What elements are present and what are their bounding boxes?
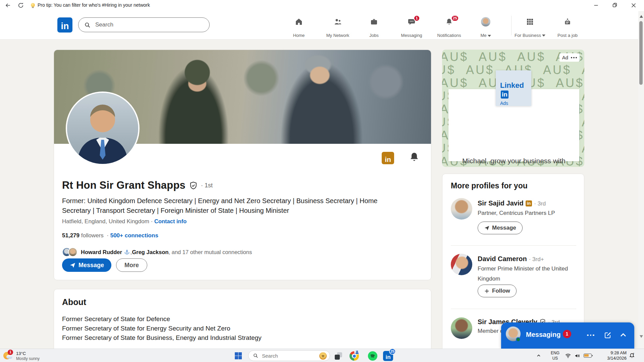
send-icon — [69, 262, 76, 268]
home-icon — [295, 18, 303, 26]
messaging-title: Messaging — [526, 331, 560, 339]
message-button[interactable]: Message — [62, 258, 111, 272]
follow-button[interactable]: Follow — [478, 285, 517, 297]
profile-card: in Rt Hon Sir Grant Shapps · 1st Former:… — [54, 50, 431, 280]
contact-info-link[interactable]: Contact info — [154, 218, 186, 224]
nav-post-a-job[interactable]: Post a job — [551, 17, 584, 39]
language-switcher[interactable]: ENG US — [549, 350, 561, 361]
back-icon[interactable] — [5, 2, 11, 9]
start-button[interactable] — [235, 352, 242, 359]
linkedin-header: in Home My Network Jobs 1 Messaging 25 N… — [0, 11, 644, 40]
tray-date: 3/14/2026 — [596, 356, 627, 361]
wifi-icon[interactable] — [565, 353, 571, 359]
search-icon — [253, 353, 258, 358]
connection-degree: · 1st — [201, 182, 213, 189]
profile-subtitle: Former Prime Minister of the United King… — [478, 264, 575, 284]
message-button[interactable]: Message — [478, 222, 523, 234]
ad-card[interactable]: AU$ AU$ AU$ AU$ AU$ AU$ AU$ AU$ AU$ AU$ … — [442, 50, 584, 167]
restore-icon[interactable] — [611, 2, 619, 9]
scroll-up-arrow[interactable] — [640, 15, 643, 18]
premium-badge: in — [526, 200, 532, 206]
weather-badge: 1 — [8, 350, 13, 355]
weather-condition: Mostly sunny — [16, 356, 40, 361]
linkedin-ads-logo: Linkedin Ads — [496, 70, 531, 106]
nav-jobs[interactable]: Jobs — [359, 17, 389, 39]
location-row: Hatfield, England, United Kingdom · Cont… — [62, 218, 186, 225]
pie-icon: π — [319, 352, 327, 360]
scrollbar[interactable] — [638, 11, 644, 349]
verified-shield-icon[interactable] — [189, 181, 198, 190]
taskbar-search[interactable]: π — [248, 350, 330, 361]
about-line: Former Secretary of State for Energy Sec… — [62, 325, 418, 332]
ad-headline: Michael, grow your business with LinkedI… — [457, 156, 571, 167]
messaging-unread-badge: 1 — [563, 330, 571, 338]
task-view-button[interactable] — [335, 352, 342, 360]
chevron-up-icon[interactable] — [619, 331, 627, 339]
more-profiles-title: More profiles for you — [451, 181, 528, 190]
more-button[interactable]: More — [116, 258, 147, 272]
notifications-badge: 25 — [451, 15, 459, 21]
followers-row: 51,279 followers · 500+ connections — [62, 232, 158, 239]
tray-time: 9:28 AM — [596, 350, 627, 356]
subscribe-bell-icon[interactable] — [408, 151, 420, 163]
tray-chevron-up-icon[interactable] — [536, 353, 541, 358]
taskbar-search-input[interactable] — [261, 353, 312, 359]
mutual-avatar-2 — [68, 247, 77, 257]
scroll-down-arrow[interactable] — [640, 335, 643, 338]
nav-my-network[interactable]: My Network — [322, 17, 353, 39]
connections-link[interactable]: 500+ connections — [110, 232, 158, 239]
chrome-icon[interactable] — [350, 351, 359, 361]
svg-text:z: z — [633, 352, 634, 355]
chrome-profile-badge — [354, 349, 360, 355]
compose-icon[interactable] — [604, 331, 612, 339]
search-input[interactable] — [95, 18, 205, 32]
close-icon[interactable] — [630, 2, 637, 9]
spotify-icon[interactable] — [368, 351, 377, 361]
profile-location: Hatfield, England, United Kingdom — [62, 218, 149, 225]
chevron-down-icon — [488, 35, 491, 37]
linkedin-taskbar-icon[interactable]: in 25 — [383, 351, 393, 361]
minimize-icon[interactable] — [592, 2, 600, 9]
linkedin-taskbar-badge: 25 — [389, 348, 396, 355]
volume-icon[interactable] — [574, 353, 581, 359]
global-search[interactable] — [78, 17, 210, 32]
profile-link[interactable]: Sir Sajid Javidin· 3rd — [478, 199, 546, 207]
anchor-icon — [124, 249, 130, 255]
messaging-options-icon[interactable] — [587, 331, 595, 339]
clock[interactable]: 9:28 AM 3/14/2026 — [596, 350, 627, 361]
screen: Pro tip: You can filter for who's #Hirin… — [0, 0, 644, 362]
weather-widget[interactable]: 1 13°C Mostly sunny — [3, 350, 40, 361]
profile-photo-art — [67, 93, 138, 164]
nav-messaging[interactable]: 1 Messaging — [396, 17, 427, 39]
battery-icon[interactable] — [584, 354, 592, 358]
avatar[interactable] — [451, 317, 472, 339]
messaging-badge: 1 — [414, 15, 420, 21]
send-icon — [484, 225, 490, 231]
grid-icon — [526, 18, 534, 26]
ad-options-icon[interactable] — [571, 57, 577, 58]
reload-icon[interactable] — [17, 2, 24, 9]
nav-home[interactable]: Home — [283, 17, 314, 39]
post-a-job-icon — [564, 18, 572, 26]
profile-subtitle: Partner, Centricus Partners LP — [478, 208, 575, 218]
linkedin-logo[interactable]: in — [57, 17, 72, 33]
nav-me[interactable]: Me — [470, 17, 501, 39]
profile-link[interactable]: David Cameron· 3rd+ — [478, 255, 544, 263]
nav-notifications[interactable]: 25 Notifications — [434, 17, 465, 39]
browser-tab-title[interactable]: Pro tip: You can filter for who's #Hirin… — [38, 2, 150, 8]
about-line: Former Secretary of State for Defence — [62, 315, 418, 323]
nav-for-business[interactable]: For Business — [513, 17, 547, 39]
mutual-connections-link[interactable]: Howard Rudder , Greg Jackson , and 17 ot… — [62, 247, 252, 257]
browser-bar: Pro tip: You can filter for who's #Hirin… — [0, 0, 644, 11]
profile-photo[interactable] — [66, 92, 140, 165]
profile-headline: Former: United Kingdom Defence Secretary… — [62, 196, 397, 216]
plus-icon — [484, 288, 490, 294]
online-status-dot — [516, 337, 521, 342]
nav-divider — [511, 16, 512, 35]
messaging-popup[interactable]: Messaging 1 — [501, 322, 634, 349]
avatar[interactable] — [451, 198, 472, 220]
avatar[interactable] — [451, 254, 472, 275]
ad-chip: Ad — [559, 53, 580, 62]
do-not-disturb-bell-icon[interactable]: z — [629, 352, 635, 359]
scrollbar-thumb[interactable] — [639, 21, 643, 85]
